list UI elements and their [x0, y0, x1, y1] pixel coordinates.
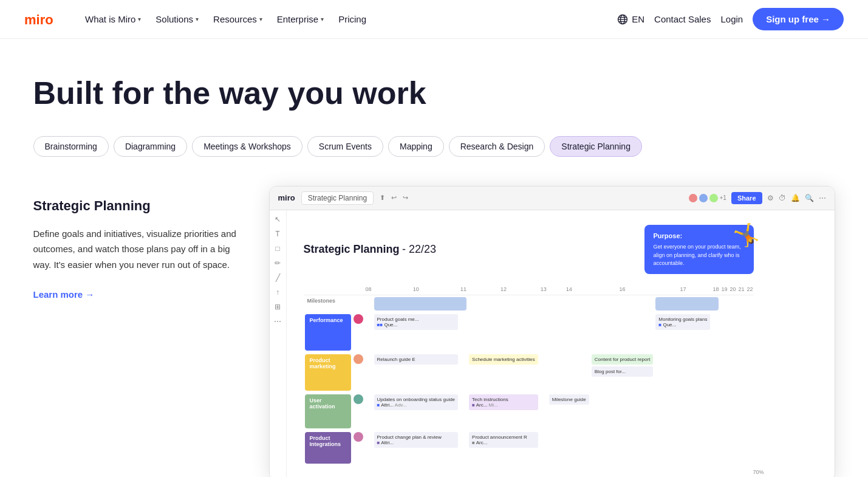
activ-empty-4	[590, 393, 655, 430]
board-topbar-left: miro Strategic Planning ⬆ ↩ ↪	[278, 191, 409, 205]
user-activ-avatar	[352, 393, 364, 430]
col-13: 13	[539, 284, 548, 295]
milestones-empty-5	[590, 295, 655, 312]
perf-empty-7	[711, 312, 720, 352]
mktg-empty-5	[654, 352, 711, 393]
tab-meetings[interactable]: Meetings & Workshops	[192, 136, 302, 157]
grid-header-row: 08 10 11 12 13 14 16 17 18 19 20	[304, 284, 754, 295]
nav-right: EN Contact Sales Login Sign up free →	[617, 8, 844, 30]
board-undo-icon[interactable]: ↩	[391, 194, 397, 202]
perf-empty-1	[364, 312, 373, 352]
perf-empty-8	[720, 312, 728, 352]
board-settings-icon[interactable]: ⚙	[767, 194, 774, 202]
col-avatar	[352, 284, 364, 295]
board-redo-icon[interactable]: ↪	[403, 194, 408, 202]
content-title: Strategic Planning	[33, 198, 240, 214]
int-empty-3	[539, 430, 548, 465]
perf-avatar	[354, 314, 363, 324]
int-empty-4	[548, 430, 590, 465]
line-icon[interactable]: ╱	[276, 273, 280, 282]
mktg-card-3: Content for product report Blog post for…	[590, 352, 655, 393]
avatar-count: +1	[720, 194, 726, 201]
tab-scrum[interactable]: Scrum Events	[307, 136, 383, 157]
board-logo: miro	[278, 193, 295, 202]
table-row: Product Integrations Product change plan…	[304, 430, 754, 465]
activ-empty-2	[459, 393, 468, 430]
mktg-empty-7	[720, 352, 728, 393]
col-21: 21	[737, 284, 745, 295]
logo[interactable]: miro	[24, 11, 60, 28]
shape-icon[interactable]: □	[275, 244, 279, 253]
performance-label-cell: Performance	[304, 312, 352, 352]
frame-icon[interactable]: ⊞	[275, 303, 281, 311]
perf-task-2: Monitoring goals plans■ Que...	[655, 314, 710, 330]
perf-empty-6	[590, 312, 655, 352]
cursor-icon[interactable]: ↖	[275, 215, 281, 224]
contact-sales-link[interactable]: Contact Sales	[654, 14, 711, 24]
tab-mapping[interactable]: Mapping	[388, 136, 444, 157]
tab-research[interactable]: Research & Design	[449, 136, 545, 157]
int-card-2: Product announcement R■ Arc...	[468, 430, 539, 465]
mktg-task-1: Relaunch guide E	[374, 354, 459, 365]
content-description: Strategic Planning Define goals and init…	[33, 186, 240, 300]
learn-more-link[interactable]: Learn more →	[33, 289, 240, 300]
milestones-empty-1	[364, 295, 373, 312]
col-16: 16	[590, 284, 655, 295]
product-mktg-avatar	[352, 352, 364, 393]
nav-what-is-miro[interactable]: What is Miro ▾	[79, 10, 147, 28]
board-search-icon[interactable]: 🔍	[805, 194, 814, 202]
language-selector[interactable]: EN	[617, 14, 644, 25]
content-area: Strategic Planning Define goals and init…	[33, 186, 835, 477]
tab-strategic-planning[interactable]: Strategic Planning	[550, 136, 642, 157]
tab-brainstorming[interactable]: Brainstorming	[33, 136, 109, 157]
perf-card-2: Monitoring goals plans■ Que...	[654, 312, 711, 352]
milestones-empty-7	[728, 295, 737, 312]
chevron-down-icon: ▾	[321, 16, 324, 22]
perf-empty-4	[539, 312, 548, 352]
globe-icon	[617, 14, 628, 25]
col-10: 10	[373, 284, 460, 295]
board-topbar-icons: +1 Share ⚙ ⏱ 🔔 🔍 ⋯	[689, 192, 826, 204]
category-tabs: Brainstorming Diagramming Meetings & Wor…	[33, 136, 835, 157]
board-timer-icon[interactable]: ⏱	[779, 194, 786, 202]
int-task-1: Product change plan & review■ Attri...	[374, 432, 459, 448]
nav-pricing[interactable]: Pricing	[332, 10, 372, 28]
mktg-task-3: Content for product report	[592, 354, 654, 365]
avatar-2	[699, 194, 708, 202]
text-icon[interactable]: T	[275, 230, 279, 238]
mktg-empty-6	[711, 352, 720, 393]
table-row: Product marketing Relaunch guide E	[304, 352, 754, 393]
arrow-icon[interactable]: ↑	[276, 288, 279, 297]
milestones-empty-2	[468, 295, 539, 312]
tab-diagramming[interactable]: Diagramming	[114, 136, 187, 157]
svg-text:miro: miro	[24, 12, 53, 27]
dots-icon[interactable]: ⋯	[274, 317, 281, 326]
activ-task-3: Milestone guide	[549, 394, 589, 405]
nav-enterprise[interactable]: Enterprise ▾	[271, 10, 330, 28]
milestones-block-1	[373, 295, 468, 312]
perf-empty-5	[548, 312, 590, 352]
board-menu-icon[interactable]: ⋯	[819, 194, 826, 202]
pen-icon[interactable]: ✏	[275, 259, 281, 267]
milestone-bar-2	[655, 297, 719, 311]
milestones-empty-6	[720, 295, 728, 312]
mktg-empty-4	[548, 352, 590, 393]
board-share-button[interactable]: Share	[731, 192, 762, 204]
product-mktg-label: Product marketing	[305, 354, 351, 391]
signup-button[interactable]: Sign up free →	[753, 8, 844, 30]
nav-resources[interactable]: Resources ▾	[207, 10, 268, 28]
int-empty-2	[459, 430, 468, 465]
perf-task-1: Product goals me...■■ Que...	[374, 314, 459, 330]
table-row: User activation Updates on onboarding st…	[304, 393, 754, 430]
mktg-card-2: Schedule marketing activities	[468, 352, 539, 393]
board-title-row: Strategic Planning - 22/23 Purpose: Get …	[304, 225, 754, 274]
login-link[interactable]: Login	[720, 14, 743, 24]
board-bell-icon[interactable]: 🔔	[791, 194, 800, 202]
nav-solutions[interactable]: Solutions ▾	[149, 10, 205, 28]
col-12: 12	[468, 284, 539, 295]
gantt-grid: 08 10 11 12 13 14 16 17 18 19 20	[304, 284, 754, 465]
col-17: 17	[654, 284, 711, 295]
board-upload-icon[interactable]: ⬆	[380, 194, 385, 202]
mktg-card-1: Relaunch guide E	[373, 352, 460, 393]
milestones-empty-8	[737, 295, 745, 312]
